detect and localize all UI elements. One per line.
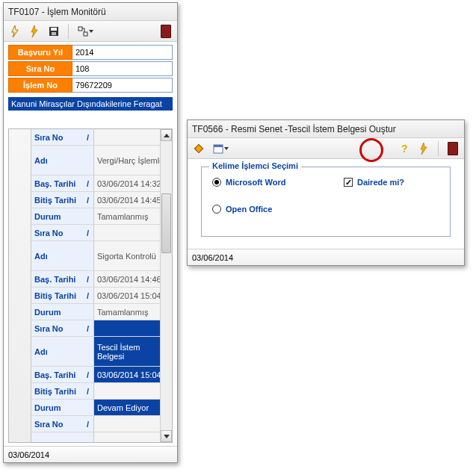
- calendar-icon: [213, 143, 223, 154]
- chevron-down-icon: [89, 30, 93, 33]
- grid-cell-label: Sıra No: [31, 416, 94, 432]
- window-islem-monitoru: TF0107 - İşlem Monitörü Başvuru Yıl 2014…: [3, 2, 178, 463]
- grid-cell-label: Durum: [31, 400, 94, 415]
- value-sira-no[interactable]: 108: [72, 61, 173, 76]
- toolbar-separator: [438, 141, 439, 156]
- checkbox-label: Dairede mi?: [357, 178, 404, 187]
- grid-row[interactable]: AdıVergi/Harç İşlemleri: [31, 146, 172, 176]
- window-title: TF0566 - Resmi Senet -Tescil İstem Belge…: [192, 124, 396, 134]
- scroll-up-button[interactable]: [161, 129, 172, 141]
- subheader: Kanuni Mirasçılar Dışındakilerine Feraga…: [8, 97, 173, 111]
- bolt-hollow-icon: [10, 25, 20, 37]
- scrollbar-track[interactable]: [161, 141, 172, 430]
- titlebar[interactable]: TF0107 - İşlem Monitörü: [4, 3, 177, 21]
- svg-rect-3: [78, 27, 82, 31]
- bolt-icon: [418, 143, 429, 155]
- grid-cell-label: Bitiş Tarihi: [31, 383, 94, 399]
- toolbar: [4, 21, 177, 42]
- toolbar-separator: [68, 24, 69, 39]
- titlebar[interactable]: TF0566 - Resmi Senet -Tescil İstem Belge…: [188, 120, 464, 138]
- grid-cell-label: Sıra No: [31, 225, 94, 240]
- toolbar-run-button[interactable]: [26, 23, 43, 40]
- grid-row[interactable]: Sıra No7: [31, 225, 172, 241]
- grid: Sıra No6AdıVergi/Harç İşlemleriBaş. Tari…: [8, 128, 173, 443]
- close-icon: [161, 25, 171, 38]
- grid-row[interactable]: Sıra No6: [31, 129, 172, 146]
- label-sira-no: Sıra No: [8, 61, 72, 76]
- svg-rect-5: [194, 144, 203, 152]
- radio-label: Open Office: [226, 205, 272, 214]
- grid-cell-label: Sıra No: [31, 129, 94, 145]
- label-islem-no: İşlem No: [8, 78, 72, 93]
- radio-open-office[interactable]: Open Office: [212, 205, 272, 214]
- value-islem-no[interactable]: 79672209: [72, 78, 173, 93]
- scroll-down-button[interactable]: [161, 430, 172, 442]
- grid-row[interactable]: Bitiş Tarihi: [31, 383, 172, 400]
- form-block: Başvuru Yıl 2014 Sıra No 108 İşlem No 79…: [4, 42, 177, 96]
- grid-row[interactable]: Bitiş Tarihi03/06/2014 14:45:0: [31, 192, 172, 208]
- toolbar-new-button[interactable]: [7, 23, 23, 40]
- grid-row[interactable]: AdıTescil İstem Belgesi: [31, 337, 172, 367]
- grid-row[interactable]: Adıİşlem Kontrolü: [31, 432, 172, 442]
- grid-row[interactable]: Sıra No8: [31, 320, 172, 337]
- status-date: 03/06/2014: [8, 450, 49, 459]
- radio-label: Microsoft Word: [226, 178, 285, 187]
- radio-icon: [212, 205, 221, 214]
- grid-rows-container: Sıra No6AdıVergi/Harç İşlemleriBaş. Tari…: [9, 129, 172, 442]
- toolbar-layout-button[interactable]: [75, 23, 96, 40]
- svg-rect-1: [51, 28, 57, 31]
- chevron-down-icon: [224, 147, 229, 150]
- bolt-icon: [29, 25, 40, 37]
- grid-row[interactable]: Baş. Tarihi03/06/2014 14:46:4: [31, 271, 172, 288]
- grid-row[interactable]: AdıSigorta Kontrolü: [31, 241, 172, 271]
- label-basvuru-yil: Başvuru Yıl: [8, 45, 72, 60]
- toolbar-help-button[interactable]: ?: [396, 140, 412, 157]
- grid-cell-label: Durum: [31, 304, 94, 320]
- form-row-islem-no: İşlem No 79672209: [8, 78, 173, 93]
- toolbar-close-button[interactable]: [158, 23, 174, 40]
- toolbar-calendar-button[interactable]: [210, 140, 231, 157]
- chevron-up-icon: [164, 134, 170, 137]
- grid-cell-label: Adı: [31, 337, 94, 366]
- grid-row[interactable]: Bitiş Tarihi03/06/2014 15:04:4: [31, 288, 172, 304]
- svg-rect-7: [214, 145, 223, 147]
- radio-microsoft-word[interactable]: Microsoft Word: [212, 178, 285, 187]
- value-basvuru-yil[interactable]: 2014: [72, 45, 173, 60]
- checkbox-dairede-mi[interactable]: ✓ Dairede mi?: [344, 178, 404, 187]
- toolbar-run-button[interactable]: [415, 140, 432, 157]
- chevron-down-icon: [164, 435, 170, 438]
- radio-icon: [212, 178, 221, 187]
- toolbar-close-button[interactable]: [445, 140, 461, 157]
- grid-cell-label: Baş. Tarihi: [31, 176, 94, 191]
- grid-row[interactable]: Baş. Tarihi03/06/2014 15:04:4: [31, 367, 172, 383]
- grid-row[interactable]: Sıra No9: [31, 416, 172, 432]
- grid-gutter: [9, 129, 31, 442]
- form-row-sira-no: Sıra No 108: [8, 61, 173, 76]
- grid-cell-label: Sıra No: [31, 320, 94, 336]
- grid-cell-label: Baş. Tarihi: [31, 367, 94, 382]
- svg-rect-2: [52, 32, 56, 35]
- toolbar: ?: [188, 138, 464, 159]
- grid-row[interactable]: DurumTamamlanmış: [31, 208, 172, 225]
- grid-row[interactable]: Baş. Tarihi03/06/2014 14:32:0: [31, 176, 172, 192]
- grid-cell-label: Adı: [31, 146, 94, 175]
- grid-row[interactable]: DurumDevam Ediyor: [31, 400, 172, 416]
- grid-cell-label: Baş. Tarihi: [31, 271, 94, 287]
- status-date: 03/06/2014: [192, 253, 233, 262]
- scrollbar-thumb[interactable]: [161, 193, 171, 253]
- toolbar-save-button[interactable]: [46, 23, 62, 40]
- vertical-scrollbar[interactable]: [160, 129, 172, 442]
- form-row-basvuru-yil: Başvuru Yıl 2014: [8, 45, 173, 60]
- statusbar: 03/06/2014: [188, 249, 464, 265]
- grid-row[interactable]: DurumTamamlanmış: [31, 304, 172, 320]
- close-icon: [448, 142, 458, 155]
- grid-cell-label: Adı: [31, 432, 94, 442]
- grid-cell-label: Adı: [31, 241, 94, 270]
- grid-cell-label: Bitiş Tarihi: [31, 288, 94, 303]
- statusbar: 03/06/2014: [4, 446, 177, 462]
- svg-rect-4: [84, 32, 87, 36]
- toolbar-button-1[interactable]: [191, 140, 207, 157]
- groupbox-legend: Kelime İşlemci Seçimi: [209, 161, 301, 170]
- grid-cell-label: Bitiş Tarihi: [31, 192, 94, 208]
- save-icon: [49, 26, 59, 37]
